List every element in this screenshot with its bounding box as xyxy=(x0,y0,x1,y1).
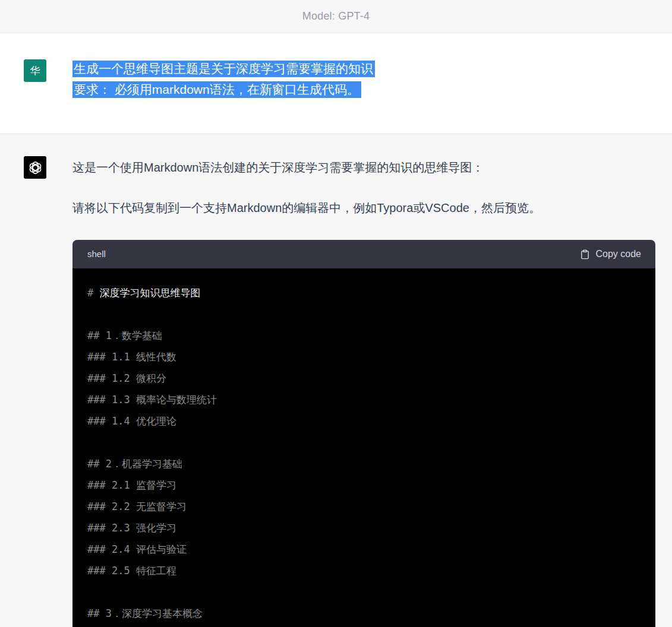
model-label: Model: GPT-4 xyxy=(302,10,370,23)
code-line-title: # 深度学习知识思维导图 xyxy=(87,282,640,303)
code-line: ## 1．数学基础 xyxy=(87,325,640,346)
openai-logo-icon xyxy=(27,160,43,176)
user-message-row: 华 生成一个思维导图主题是关于深度学习需要掌握的知识 要求： 必须用markdo… xyxy=(0,33,672,134)
code-line xyxy=(87,581,640,603)
code-line: ### 2.3 强化学习 xyxy=(87,517,640,539)
code-line: ### 1.1 线性代数 xyxy=(87,346,640,368)
code-line: ### 1.2 微积分 xyxy=(87,368,640,389)
user-selected-text-line1: 生成一个思维导图主题是关于深度学习需要掌握的知识 xyxy=(72,61,375,77)
code-line xyxy=(87,303,640,325)
assistant-message-row: 这是一个使用Markdown语法创建的关于深度学习需要掌握的知识的思维导图： 请… xyxy=(0,134,672,627)
assistant-message-body: 这是一个使用Markdown语法创建的关于深度学习需要掌握的知识的思维导图： 请… xyxy=(72,156,654,627)
user-selected-text-line2: 要求： 必须用markdown语法，在新窗口生成代码。 xyxy=(72,81,361,98)
code-body: # 深度学习知识思维导图## 1．数学基础### 1.1 线性代数### 1.2… xyxy=(72,268,655,627)
code-line: ### 2.1 监督学习 xyxy=(87,474,640,496)
code-line: ### 1.4 优化理论 xyxy=(87,410,640,432)
copy-code-label: Copy code xyxy=(596,249,642,259)
code-block-header: shell Copy code xyxy=(72,240,655,268)
model-header-bar: Model: GPT-4 xyxy=(0,0,672,33)
clipboard-icon xyxy=(580,249,590,260)
code-line: ## 2．机器学习基础 xyxy=(87,453,640,474)
code-line xyxy=(87,432,640,453)
code-line: ### 2.2 无监督学习 xyxy=(87,496,640,517)
code-block: shell Copy code # 深度学习知识思维导图## 1．数学基础###… xyxy=(72,240,655,627)
user-avatar: 华 xyxy=(24,59,46,82)
code-line: ### 2.4 评估与验证 xyxy=(87,539,640,560)
code-language-label: shell xyxy=(87,246,106,262)
code-line: ### 2.5 特征工程 xyxy=(87,560,640,581)
code-title-text: 深度学习知识思维导图 xyxy=(99,287,200,299)
user-message-text: 生成一个思维导图主题是关于深度学习需要掌握的知识 要求： 必须用markdown… xyxy=(72,58,654,134)
code-line: ## 3．深度学习基本概念 xyxy=(87,603,640,624)
copy-code-button[interactable]: Copy code xyxy=(580,249,642,260)
chatgpt-avatar xyxy=(24,156,46,179)
code-title-hash: # xyxy=(87,287,99,299)
user-avatar-initial: 华 xyxy=(30,64,40,78)
assistant-paragraph-2: 请将以下代码复制到一个支持Markdown的编辑器中，例如Typora或VSCo… xyxy=(72,200,654,216)
code-line: ### 1.3 概率论与数理统计 xyxy=(87,389,640,410)
assistant-paragraph-1: 这是一个使用Markdown语法创建的关于深度学习需要掌握的知识的思维导图： xyxy=(72,159,654,176)
